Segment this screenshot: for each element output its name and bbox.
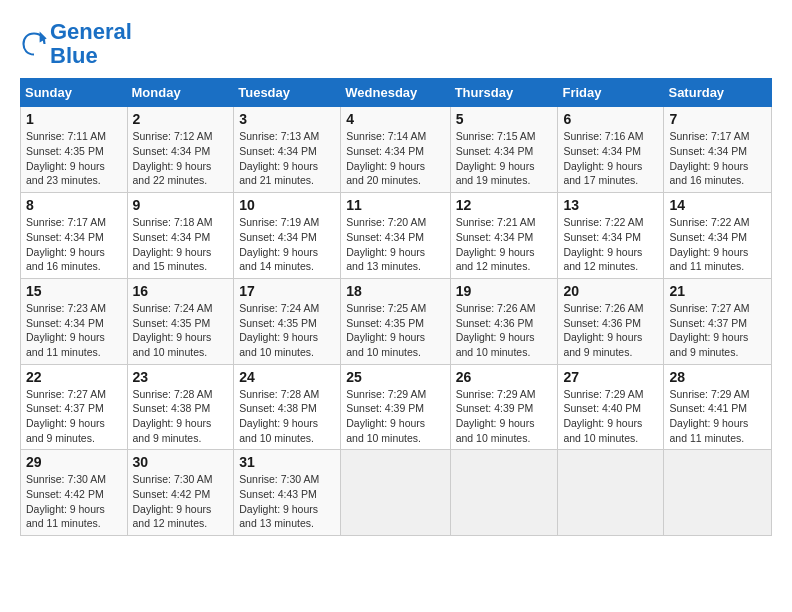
calendar-cell: 26Sunrise: 7:29 AM Sunset: 4:39 PM Dayli… [450,364,558,450]
header-row: Sunday Monday Tuesday Wednesday Thursday… [21,79,772,107]
calendar-cell: 12Sunrise: 7:21 AM Sunset: 4:34 PM Dayli… [450,193,558,279]
calendar-cell [664,450,772,536]
col-wednesday: Wednesday [341,79,450,107]
day-info: Sunrise: 7:16 AM Sunset: 4:34 PM Dayligh… [563,129,658,188]
calendar-cell: 21Sunrise: 7:27 AM Sunset: 4:37 PM Dayli… [664,278,772,364]
calendar-cell: 22Sunrise: 7:27 AM Sunset: 4:37 PM Dayli… [21,364,128,450]
col-tuesday: Tuesday [234,79,341,107]
calendar-cell: 17Sunrise: 7:24 AM Sunset: 4:35 PM Dayli… [234,278,341,364]
calendar-cell: 15Sunrise: 7:23 AM Sunset: 4:34 PM Dayli… [21,278,128,364]
calendar-cell: 4Sunrise: 7:14 AM Sunset: 4:34 PM Daylig… [341,107,450,193]
day-info: Sunrise: 7:23 AM Sunset: 4:34 PM Dayligh… [26,301,122,360]
day-info: Sunrise: 7:22 AM Sunset: 4:34 PM Dayligh… [669,215,766,274]
calendar-week-5: 29Sunrise: 7:30 AM Sunset: 4:42 PM Dayli… [21,450,772,536]
day-number: 10 [239,197,335,213]
calendar-cell: 30Sunrise: 7:30 AM Sunset: 4:42 PM Dayli… [127,450,234,536]
day-info: Sunrise: 7:29 AM Sunset: 4:39 PM Dayligh… [346,387,444,446]
day-info: Sunrise: 7:11 AM Sunset: 4:35 PM Dayligh… [26,129,122,188]
calendar-cell: 7Sunrise: 7:17 AM Sunset: 4:34 PM Daylig… [664,107,772,193]
calendar-cell: 2Sunrise: 7:12 AM Sunset: 4:34 PM Daylig… [127,107,234,193]
day-info: Sunrise: 7:15 AM Sunset: 4:34 PM Dayligh… [456,129,553,188]
day-number: 2 [133,111,229,127]
day-number: 22 [26,369,122,385]
calendar-cell: 3Sunrise: 7:13 AM Sunset: 4:34 PM Daylig… [234,107,341,193]
day-number: 6 [563,111,658,127]
day-info: Sunrise: 7:18 AM Sunset: 4:34 PM Dayligh… [133,215,229,274]
col-monday: Monday [127,79,234,107]
calendar-cell: 24Sunrise: 7:28 AM Sunset: 4:38 PM Dayli… [234,364,341,450]
day-info: Sunrise: 7:27 AM Sunset: 4:37 PM Dayligh… [669,301,766,360]
logo-text: General Blue [50,20,132,68]
day-number: 12 [456,197,553,213]
day-number: 3 [239,111,335,127]
day-info: Sunrise: 7:22 AM Sunset: 4:34 PM Dayligh… [563,215,658,274]
day-number: 13 [563,197,658,213]
day-number: 7 [669,111,766,127]
day-info: Sunrise: 7:21 AM Sunset: 4:34 PM Dayligh… [456,215,553,274]
day-info: Sunrise: 7:30 AM Sunset: 4:42 PM Dayligh… [133,472,229,531]
page-header: General Blue [20,20,772,68]
calendar-cell: 13Sunrise: 7:22 AM Sunset: 4:34 PM Dayli… [558,193,664,279]
calendar-cell: 9Sunrise: 7:18 AM Sunset: 4:34 PM Daylig… [127,193,234,279]
day-info: Sunrise: 7:13 AM Sunset: 4:34 PM Dayligh… [239,129,335,188]
calendar-week-4: 22Sunrise: 7:27 AM Sunset: 4:37 PM Dayli… [21,364,772,450]
calendar-cell: 27Sunrise: 7:29 AM Sunset: 4:40 PM Dayli… [558,364,664,450]
calendar-cell: 5Sunrise: 7:15 AM Sunset: 4:34 PM Daylig… [450,107,558,193]
day-info: Sunrise: 7:14 AM Sunset: 4:34 PM Dayligh… [346,129,444,188]
calendar-cell: 16Sunrise: 7:24 AM Sunset: 4:35 PM Dayli… [127,278,234,364]
day-info: Sunrise: 7:19 AM Sunset: 4:34 PM Dayligh… [239,215,335,274]
calendar-cell: 19Sunrise: 7:26 AM Sunset: 4:36 PM Dayli… [450,278,558,364]
day-number: 23 [133,369,229,385]
day-info: Sunrise: 7:30 AM Sunset: 4:43 PM Dayligh… [239,472,335,531]
day-info: Sunrise: 7:24 AM Sunset: 4:35 PM Dayligh… [239,301,335,360]
calendar-cell: 10Sunrise: 7:19 AM Sunset: 4:34 PM Dayli… [234,193,341,279]
calendar-cell: 18Sunrise: 7:25 AM Sunset: 4:35 PM Dayli… [341,278,450,364]
day-info: Sunrise: 7:28 AM Sunset: 4:38 PM Dayligh… [239,387,335,446]
day-info: Sunrise: 7:12 AM Sunset: 4:34 PM Dayligh… [133,129,229,188]
day-number: 24 [239,369,335,385]
logo-icon [20,30,48,58]
calendar-cell: 23Sunrise: 7:28 AM Sunset: 4:38 PM Dayli… [127,364,234,450]
col-thursday: Thursday [450,79,558,107]
day-info: Sunrise: 7:26 AM Sunset: 4:36 PM Dayligh… [563,301,658,360]
day-number: 4 [346,111,444,127]
day-info: Sunrise: 7:27 AM Sunset: 4:37 PM Dayligh… [26,387,122,446]
calendar-cell: 31Sunrise: 7:30 AM Sunset: 4:43 PM Dayli… [234,450,341,536]
calendar-cell: 25Sunrise: 7:29 AM Sunset: 4:39 PM Dayli… [341,364,450,450]
day-number: 15 [26,283,122,299]
calendar-cell: 28Sunrise: 7:29 AM Sunset: 4:41 PM Dayli… [664,364,772,450]
calendar-week-3: 15Sunrise: 7:23 AM Sunset: 4:34 PM Dayli… [21,278,772,364]
day-number: 18 [346,283,444,299]
col-friday: Friday [558,79,664,107]
logo: General Blue [20,20,132,68]
day-number: 31 [239,454,335,470]
day-number: 27 [563,369,658,385]
day-number: 16 [133,283,229,299]
calendar-cell: 20Sunrise: 7:26 AM Sunset: 4:36 PM Dayli… [558,278,664,364]
calendar-week-1: 1Sunrise: 7:11 AM Sunset: 4:35 PM Daylig… [21,107,772,193]
calendar-cell: 1Sunrise: 7:11 AM Sunset: 4:35 PM Daylig… [21,107,128,193]
day-number: 17 [239,283,335,299]
day-number: 28 [669,369,766,385]
day-number: 1 [26,111,122,127]
day-number: 14 [669,197,766,213]
col-sunday: Sunday [21,79,128,107]
day-number: 11 [346,197,444,213]
day-number: 25 [346,369,444,385]
day-info: Sunrise: 7:17 AM Sunset: 4:34 PM Dayligh… [669,129,766,188]
day-info: Sunrise: 7:30 AM Sunset: 4:42 PM Dayligh… [26,472,122,531]
day-number: 21 [669,283,766,299]
day-info: Sunrise: 7:29 AM Sunset: 4:39 PM Dayligh… [456,387,553,446]
calendar-cell [341,450,450,536]
calendar-cell: 29Sunrise: 7:30 AM Sunset: 4:42 PM Dayli… [21,450,128,536]
day-info: Sunrise: 7:29 AM Sunset: 4:41 PM Dayligh… [669,387,766,446]
calendar-cell [450,450,558,536]
calendar-cell: 8Sunrise: 7:17 AM Sunset: 4:34 PM Daylig… [21,193,128,279]
calendar-table: Sunday Monday Tuesday Wednesday Thursday… [20,78,772,536]
day-number: 9 [133,197,229,213]
calendar-cell: 11Sunrise: 7:20 AM Sunset: 4:34 PM Dayli… [341,193,450,279]
day-number: 20 [563,283,658,299]
calendar-week-2: 8Sunrise: 7:17 AM Sunset: 4:34 PM Daylig… [21,193,772,279]
day-number: 29 [26,454,122,470]
day-number: 30 [133,454,229,470]
